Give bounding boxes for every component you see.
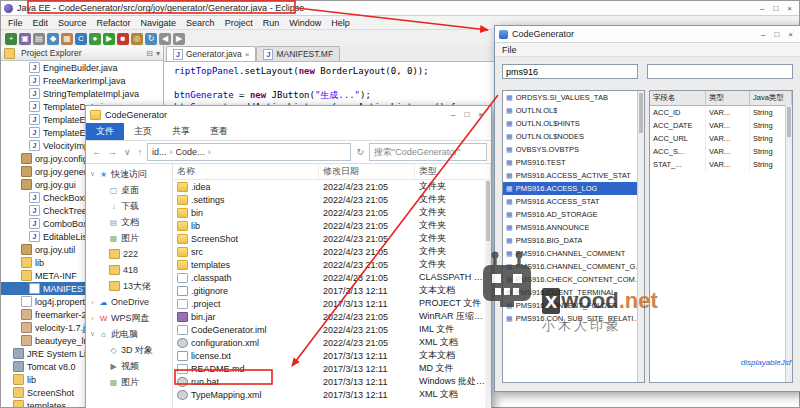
file-row[interactable]: license.txt2017/3/13 12:11文本文档 [173,349,491,362]
sidebar-item[interactable]: 418 [86,262,172,278]
editor-tab[interactable]: JGenerator.java× [166,46,256,61]
minimize-icon[interactable]: – [761,30,765,39]
sidebar-item[interactable]: 222 [86,246,172,262]
sidebar-item[interactable]: 13大佬 [86,278,172,294]
close-icon[interactable]: × [787,4,792,13]
sidebar-item[interactable]: ◇3D 对象 [86,342,172,358]
table-list-item[interactable]: ▦OUTLN.OL$HINTS [503,117,644,130]
sidebar-item[interactable]: ▦图片 [86,374,172,390]
menu-search[interactable]: Search [181,18,220,28]
table-list-item[interactable]: ▦PMS916.TEST [503,156,644,169]
file-row[interactable]: bin.jar2022/4/23 21:05WinRAR 压缩文件 [173,310,491,323]
table-list-item[interactable]: ▦OVBSYS.OVBTPS [503,143,644,156]
back-icon[interactable]: ← [90,147,103,157]
table-list-item[interactable]: ▦PMS916.ACCESS_LOG [503,182,644,195]
new-class-icon[interactable]: C [75,33,87,45]
search-icon[interactable]: ◎ [131,33,143,45]
menu-navigate[interactable]: Navigate [136,18,182,28]
table-list-item[interactable]: ▦PMS916.CHANNEL_COMMENT [503,247,644,260]
sidebar-item[interactable]: ∨⌂此电脑 [86,326,172,342]
file-row[interactable]: templates2022/4/23 21:05文件夹 [173,258,491,271]
scrollbar[interactable] [637,91,644,382]
new-package-icon[interactable]: ▦ [61,33,73,45]
table-list-item[interactable]: ▦PMS916.ACCESS_STAT [503,195,644,208]
forward-icon[interactable]: ▶ [173,33,185,45]
forward-icon[interactable]: → [106,147,119,157]
column-header[interactable]: 类型 [415,164,491,179]
close-icon[interactable]: × [478,110,483,119]
table-list-item[interactable]: ▦PMS916.CHANNEL_COMMENT_GRADE [503,260,644,273]
menu-help[interactable]: Help [326,18,355,28]
column-header[interactable]: 名称 [173,164,319,179]
refresh-icon[interactable]: ↻ [354,147,366,157]
field-row[interactable]: ACC_S...VAR...String [650,145,792,158]
file-row[interactable]: .idea2022/4/23 21:05文件夹 [173,180,491,193]
field-row[interactable]: STAT_...VAR...String [650,158,792,171]
up-icon[interactable]: ↑ [136,147,145,157]
menu-refactor[interactable]: Refactor [92,18,136,28]
column-header[interactable]: 字段名 [650,91,706,105]
column-header[interactable]: 类型 [706,91,750,105]
table-list-item[interactable]: ▦PMS916.BIG_DATA [503,234,644,247]
view-menu-icon[interactable]: ▾ [156,49,160,58]
tree-item[interactable]: JEngineBuilder.java [1,61,163,74]
ribbon-tab-3[interactable]: 查看 [200,123,238,140]
ribbon-tab-2[interactable]: 共享 [162,123,200,140]
maximize-icon[interactable]: □ [773,4,778,13]
secondary-field[interactable] [647,64,793,79]
file-row[interactable]: .settings2022/4/23 21:05文件夹 [173,193,491,206]
sidebar-item[interactable]: ▶视频 [86,358,172,374]
new-wizard-icon[interactable]: + [5,33,17,45]
schema-filter-input[interactable] [502,64,638,79]
print-icon[interactable]: ▤ [33,33,45,45]
file-row[interactable]: ScreenShot2022/4/23 21:05文件夹 [173,232,491,245]
collapse-all-icon[interactable]: ⊟ [146,49,153,58]
search-input[interactable]: 搜索"CodeGenerator" [369,143,487,161]
table-list-item[interactable]: ▦ORDSYS.SI_VALUES_TAB [503,91,644,104]
table-list-item[interactable]: ▦PMS916.CLIENT_TERMINAL [503,286,644,299]
file-row[interactable]: src2022/4/23 21:05文件夹 [173,245,491,258]
table-list-item[interactable]: ▦PMS916.AD_STORAGE [503,208,644,221]
sidebar-item[interactable]: ↓下载 [86,198,172,214]
file-row[interactable]: CodeGenerator.iml2022/4/23 21:05IML 文件 [173,323,491,336]
table-list-item[interactable]: ▦OUTLN.OL$ [503,104,644,117]
field-row[interactable]: ACC_IDVAR...String [650,106,792,119]
file-row[interactable]: run.bat2017/3/13 12:11Windows 批处理文件 [173,375,491,388]
sidebar-item[interactable]: ▤文档 [86,214,172,230]
column-header[interactable]: 修改日期 [319,164,415,179]
field-row[interactable]: ACC_DATEVAR...String [650,119,792,132]
menu-edit[interactable]: Edit [28,18,54,28]
table-list-item[interactable]: ▦PMS916.CHECK_CONTENT_COMMENT [503,273,644,286]
editor-tab[interactable]: JMANIFEST.MF [256,46,340,61]
menu-project[interactable]: Project [220,18,258,28]
file-row[interactable]: .gitignore2017/3/13 12:11文本文档 [173,284,491,297]
file-row[interactable]: TypeMapping.xml2017/3/13 12:11XML 文档 [173,388,491,401]
table-list-item[interactable]: ▦PMS916.CON_SUB_SITE_RELATION [503,312,644,325]
breadcrumb-segment[interactable]: Code... [176,147,205,157]
table-list-item[interactable]: ▦OUTLN.OL$NODES [503,130,644,143]
minimize-icon[interactable]: – [451,110,455,119]
file-row[interactable]: .project2017/3/13 12:11PROJECT 文件 [173,297,491,310]
file-row[interactable]: configuration.xml2022/4/23 21:05XML 文档 [173,336,491,349]
history-dropdown-icon[interactable]: ∨ [122,147,133,157]
close-icon[interactable]: × [245,50,250,59]
sidebar-item[interactable]: ▦图片 [86,230,172,246]
field-row[interactable]: ACC_URLVAR...String [650,132,792,145]
ribbon-tab-file[interactable]: 文件 [86,123,124,140]
file-row[interactable]: lib2022/4/23 21:05文件夹 [173,219,491,232]
menu-file[interactable]: File [495,45,524,55]
sidebar-item[interactable]: ∨★快速访问 [86,166,172,182]
sidebar-item[interactable]: ›WWPS网盘 [86,310,172,326]
table-list-item[interactable]: ▦PMS916.ANNOUNCE [503,221,644,234]
table-list-item[interactable]: ▦PMS916.CONTENT_FOLDER [503,299,644,312]
save-icon[interactable]: ▣ [19,33,31,45]
run-icon[interactable]: ▶ [103,33,115,45]
menu-window[interactable]: Window [284,18,326,28]
breadcrumb-segment[interactable]: id... [152,147,167,157]
new-java-project-icon[interactable]: ◆ [47,33,59,45]
file-row[interactable]: README.md2017/3/13 12:11MD 文件 [173,362,491,375]
scrollbar[interactable] [785,105,792,382]
breadcrumb[interactable]: id...›Code...› [147,143,351,161]
close-icon[interactable]: × [788,30,793,39]
maximize-icon[interactable]: □ [464,110,469,119]
